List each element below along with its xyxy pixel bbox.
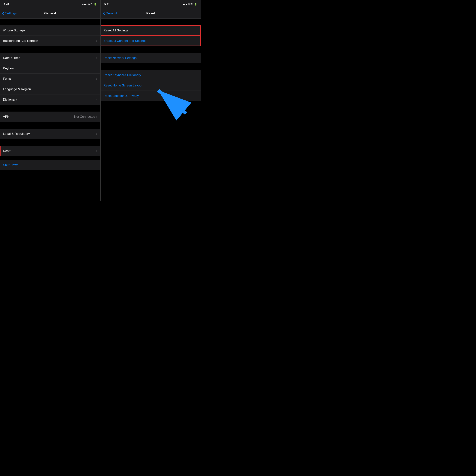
row-reset-location[interactable]: Reset Location & Privacy [101,91,201,101]
legal-chevron: › [96,132,97,136]
right-group-2: Reset Network Settings [101,53,201,63]
signal-icon: ●●● [82,3,87,6]
left-status-bar: 9:41 ●●● WiFi 🔋 [0,0,101,8]
row-erase-all[interactable]: Erase All Content and Settings [101,36,201,46]
right-gap-1 [101,18,201,25]
row-bg-refresh[interactable]: Background App Refresh › [0,36,101,46]
keyboard-label: Keyboard [3,67,17,70]
reset-chevron: › [96,149,97,153]
row-keyboard[interactable]: Keyboard › [0,63,101,74]
left-gap-2 [0,46,101,53]
left-back-button[interactable]: Settings [2,12,17,15]
right-gap-2 [101,46,201,53]
vpn-right: Not Connected › [74,115,97,119]
bg-refresh-label: Background App Refresh [3,39,38,43]
date-time-chevron: › [96,56,97,60]
left-gap-3 [0,105,101,112]
fonts-chevron: › [96,77,97,81]
right-signal-icon: ●●● [183,3,187,6]
keyboard-chevron: › [96,67,97,70]
left-gap-1 [0,18,101,25]
left-group-3: VPN Not Connected › [0,112,101,122]
dictionary-chevron: › [96,98,97,102]
reset-label: Reset [3,149,11,153]
vpn-chevron: › [96,115,97,119]
left-nav-title: General [44,12,56,15]
left-group-1: iPhone Storage › Background App Refresh … [0,25,101,46]
row-language-region[interactable]: Language & Region › [0,84,101,94]
right-group-3: Reset Keyboard Dictionary Reset Home Scr… [101,70,201,101]
left-gap-5 [0,139,101,146]
right-time: 9:41 [104,3,110,6]
reset-location-label: Reset Location & Privacy [103,94,139,98]
language-region-label: Language & Region [3,87,31,91]
left-status-icons: ●●● WiFi 🔋 [82,3,97,6]
row-date-time[interactable]: Date & Time › [0,53,101,63]
right-nav-bar: General Reset [101,8,201,18]
left-nav-bar: Settings General [0,8,101,18]
row-legal[interactable]: Legal & Regulatory › [0,129,101,139]
right-battery-icon: 🔋 [194,3,197,6]
shutdown-label: Shut Down [3,163,18,167]
right-gap-3 [101,63,201,70]
left-back-label: Settings [5,12,17,15]
right-status-bar: 9:41 ●●● WiFi 🔋 [101,0,201,8]
language-region-chevron: › [96,87,97,91]
right-wifi-icon: WiFi [188,3,193,6]
reset-keyboard-label: Reset Keyboard Dictionary [103,73,141,77]
right-panel: 9:41 ●●● WiFi 🔋 General Reset [101,0,201,201]
bg-refresh-chevron: › [96,39,97,43]
left-group-2: Date & Time › Keyboard › Fonts › Languag… [0,53,101,105]
right-scroll-content: Reset All Settings Erase All Content and… [101,18,201,101]
right-back-button[interactable]: General [103,12,117,15]
right-group-1: Reset All Settings Erase All Content and… [101,25,201,46]
row-iphone-storage[interactable]: iPhone Storage › [0,25,101,36]
right-back-label: General [106,12,117,15]
date-time-label: Date & Time [3,56,20,60]
right-nav-title: Reset [146,12,155,15]
row-reset-keyboard[interactable]: Reset Keyboard Dictionary [101,70,201,80]
left-panel: 9:41 ●●● WiFi 🔋 Settings General iPhone … [0,0,101,201]
left-gap-6 [0,156,101,160]
left-time: 9:41 [4,3,9,6]
row-vpn[interactable]: VPN Not Connected › [0,112,101,122]
row-dictionary[interactable]: Dictionary › [0,94,101,105]
left-gap-4 [0,122,101,129]
wifi-icon: WiFi [88,3,93,6]
dictionary-label: Dictionary [3,98,17,102]
row-fonts[interactable]: Fonts › [0,74,101,84]
battery-icon: 🔋 [94,3,97,6]
erase-all-label: Erase All Content and Settings [103,39,147,43]
reset-homescreen-label: Reset Home Screen Layout [103,84,142,87]
bg-refresh-right: › [96,39,97,43]
right-status-icons: ●●● WiFi 🔋 [183,3,197,6]
iphone-storage-right: › [96,29,97,32]
reset-all-settings-label: Reset All Settings [103,29,128,32]
iphone-storage-chevron: › [96,29,97,32]
reset-network-label: Reset Network Settings [103,56,137,60]
legal-label: Legal & Regulatory [3,132,30,136]
vpn-value: Not Connected [74,115,95,119]
row-reset[interactable]: Reset › [0,146,101,156]
iphone-storage-label: iPhone Storage [3,29,25,32]
right-content: Reset All Settings Erase All Content and… [101,18,201,201]
shutdown-row[interactable]: Shut Down [0,160,101,170]
fonts-label: Fonts [3,77,11,81]
vpn-label: VPN [3,115,9,119]
row-reset-homescreen[interactable]: Reset Home Screen Layout [101,80,201,91]
row-reset-network[interactable]: Reset Network Settings [101,53,201,63]
left-group-5: Reset › [0,146,101,156]
left-group-4: Legal & Regulatory › [0,129,101,139]
row-reset-all-settings[interactable]: Reset All Settings [101,25,201,36]
